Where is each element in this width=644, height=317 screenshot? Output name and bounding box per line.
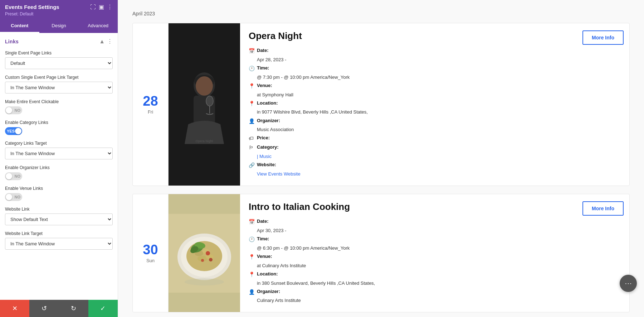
tab-content[interactable]: Content — [0, 19, 39, 33]
enable-category-links-toggle[interactable]: YES — [5, 127, 22, 135]
venue-value-0: at Symphony Hall — [257, 91, 293, 99]
single-event-page-links-row: Single Event Page Links Default — [0, 48, 118, 73]
enable-venue-links-label: Enable Venue Links — [5, 186, 113, 191]
organizer-value-1: Culinary Arts Institute — [257, 297, 301, 304]
event-day-num-1: 30 — [143, 243, 158, 256]
enable-category-links-knob — [15, 128, 21, 134]
enable-organizer-links-toggle-text: NO — [15, 174, 21, 178]
venue-value-1: at Culinary Arts Institute — [257, 262, 306, 270]
website-label-0: Website: — [257, 161, 276, 169]
calendar-icon-1: 📅 — [249, 218, 255, 226]
category-links-target-select[interactable]: In The Same Window In A New Window — [5, 148, 113, 159]
enable-venue-links-row: Enable Venue Links NO — [0, 184, 118, 205]
event-image-0: Opera Night — [169, 23, 240, 186]
website-link-label: Website Link — [5, 207, 113, 212]
event-date-box-0: 28 Fri — [133, 23, 169, 186]
website-link-target-select[interactable]: In The Same Window In A New Window — [5, 238, 113, 250]
sidebar-header: Events Feed Settings ⛶ ▣ ⋮ Preset: Defau… — [0, 0, 118, 19]
month-label: April 2023 — [132, 11, 630, 16]
venue-label-1: Venue: — [257, 253, 272, 260]
make-entire-event-row: Make Entire Event Clickable NO — [0, 97, 118, 118]
organizer-icon-1: 👤 — [249, 288, 255, 297]
event-meta-0: 📅 Date: Apr 28, 2023 - 🕐 Time: @ 7:30 pm… — [249, 47, 568, 178]
time-label-0: Time: — [257, 64, 269, 72]
more-info-button-1[interactable]: More Info — [582, 201, 624, 216]
redo-button[interactable]: ↻ — [59, 300, 88, 317]
enable-venue-links-toggle[interactable]: NO — [5, 193, 22, 201]
fab-button[interactable]: ⋯ — [620, 275, 637, 292]
category-value-0[interactable]: | Music — [257, 153, 272, 160]
custom-single-event-row: Custom Single Event Page Link Target In … — [0, 73, 118, 97]
svg-text:Opera Night: Opera Night — [196, 139, 213, 143]
enable-venue-links-toggle-text: NO — [15, 195, 21, 199]
event-day-name-1: Sun — [146, 258, 155, 263]
event-day-num-0: 28 — [143, 94, 158, 108]
clock-icon-0: 🕐 — [249, 64, 255, 73]
enable-category-links-toggle-text: YES — [7, 129, 15, 133]
category-label-0: Category: — [257, 143, 279, 151]
svg-point-3 — [206, 96, 213, 106]
location-icon-0: 📍 — [249, 100, 255, 108]
enable-organizer-links-toggle[interactable]: NO — [5, 172, 22, 180]
organizer-label-0: Organizer: — [257, 117, 280, 125]
calendar-icon-0: 📅 — [249, 47, 255, 56]
enable-organizer-links-knob — [6, 173, 12, 179]
location-value-0: in 9077 Wilshire Blvd, Beverly Hills ,CA… — [257, 108, 368, 116]
custom-single-event-label: Custom Single Event Page Link Target — [5, 75, 113, 80]
event-image-1 — [169, 194, 240, 312]
links-section-header: Links ▲ ⋮ — [0, 33, 118, 48]
event-more-btn-0: More Info — [577, 23, 629, 186]
category-links-target-row: Category Links Target In The Same Window… — [0, 139, 118, 163]
single-event-page-links-select[interactable]: Default — [5, 57, 113, 69]
enable-organizer-links-label: Enable Organizer Links — [5, 165, 113, 170]
location-icon-1: 📍 — [249, 270, 255, 279]
event-date-box-1: 30 Sun — [133, 194, 169, 312]
date-value-1: Apr 30, 2023 - — [257, 227, 286, 235]
sidebar-title: Events Feed Settings — [5, 4, 59, 10]
save-button[interactable]: ✓ — [88, 300, 118, 317]
event-body-1: Intro to Italian Cooking 📅 Date: Apr 30,… — [240, 194, 577, 312]
category-icon-0: 🏳 — [249, 144, 255, 152]
section-more-icon[interactable]: ⋮ — [107, 38, 113, 45]
collapse-icon[interactable]: ▲ — [99, 38, 105, 45]
undo-button[interactable]: ↺ — [29, 300, 59, 317]
website-link-select[interactable]: Show Default Text Hide — [5, 213, 113, 225]
more-info-button-0[interactable]: More Info — [582, 30, 624, 45]
price-icon-0: 🏷 — [249, 134, 255, 143]
custom-single-event-select[interactable]: In The Same Window In A New Window — [5, 82, 113, 93]
sidebar-content: Links ▲ ⋮ Single Event Page Links Defaul… — [0, 33, 118, 300]
sidebar-toolbar: ✕ ↺ ↻ ✓ — [0, 300, 118, 317]
event-title-1: Intro to Italian Cooking — [249, 201, 568, 212]
make-entire-event-knob — [6, 107, 12, 114]
cancel-button[interactable]: ✕ — [0, 300, 29, 317]
event-meta-1: 📅 Date: Apr 30, 2023 - 🕐 Time: @ 6:30 pm… — [249, 217, 568, 304]
date-value-0: Apr 28, 2023 - — [257, 56, 286, 64]
fullscreen-icon[interactable]: ⛶ — [90, 4, 96, 10]
sidebar-preset[interactable]: Preset: Default — [5, 11, 113, 16]
tab-design[interactable]: Design — [39, 19, 79, 33]
venue-label-0: Venue: — [257, 82, 272, 90]
single-event-page-links-label: Single Event Page Links — [5, 51, 113, 56]
clock-icon-1: 🕐 — [249, 235, 255, 244]
sidebar-header-icons: ⛶ ▣ ⋮ — [90, 4, 113, 10]
panel-icon[interactable]: ▣ — [99, 4, 104, 10]
organizer-icon-0: 👤 — [249, 117, 255, 126]
tab-advanced[interactable]: Advanced — [78, 19, 118, 33]
event-body-0: Opera Night 📅 Date: Apr 28, 2023 - 🕐 Tim… — [240, 23, 577, 186]
event-card-0: 28 Fri Opera Night O — [132, 23, 630, 186]
main-content: April 2023 28 Fri Opera N — [118, 0, 644, 317]
website-icon-0: 🔗 — [249, 161, 255, 170]
website-link-target-row: Website Link Target In The Same Window I… — [0, 229, 118, 253]
organizer-label-1: Organizer: — [257, 288, 280, 296]
svg-point-20 — [209, 258, 213, 261]
sidebar-tabs: Content Design Advanced — [0, 19, 118, 33]
more-options-icon[interactable]: ⋮ — [107, 4, 113, 10]
links-section-title: Links — [5, 39, 19, 44]
svg-point-21 — [201, 259, 204, 262]
website-link-target-label: Website Link Target — [5, 231, 113, 236]
price-label-0: Price: — [257, 134, 270, 142]
website-link-0[interactable]: View Events Website — [257, 170, 301, 178]
make-entire-event-toggle[interactable]: NO — [5, 106, 22, 114]
event-day-name-0: Fri — [148, 109, 153, 115]
website-link-row: Website Link Show Default Text Hide — [0, 205, 118, 229]
